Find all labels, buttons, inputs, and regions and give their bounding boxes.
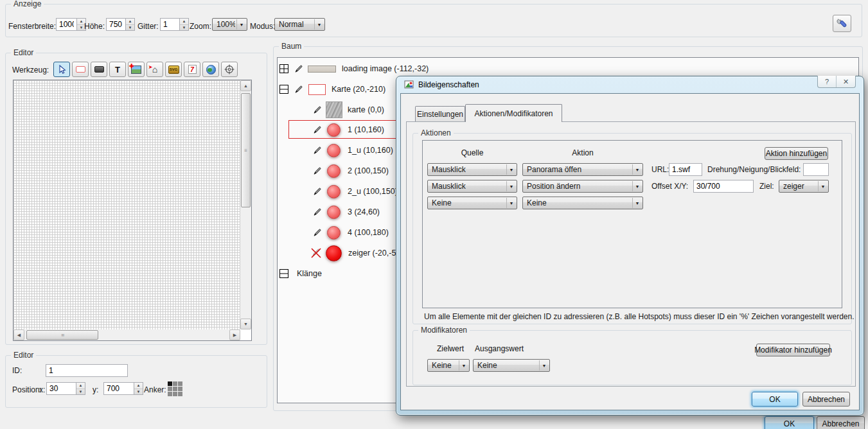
scroll-down-icon[interactable]: ▼ <box>240 319 251 329</box>
pencil-icon[interactable] <box>294 64 303 74</box>
anchor-cell[interactable] <box>178 381 182 386</box>
quelle-select-row2[interactable]: Mausklick▼ <box>427 180 517 193</box>
pencil-icon[interactable] <box>294 85 303 94</box>
id-label: ID: <box>12 364 22 377</box>
pencil-crossed-icon[interactable] <box>311 248 321 258</box>
pencil-icon[interactable] <box>312 105 322 115</box>
fensterbreite-input[interactable] <box>56 18 76 31</box>
scroll-up-icon[interactable]: ▲ <box>240 80 251 91</box>
quelle-select-row3[interactable]: Keine▼ <box>427 197 517 209</box>
add-image-tool-button[interactable]: ✚ <box>128 62 145 77</box>
hotspot-rect-tool-button[interactable] <box>72 62 89 77</box>
dialog-ok-button[interactable]: OK <box>752 392 798 407</box>
flash-tool-button[interactable]: 7 <box>184 62 200 77</box>
horizontal-scrollbar[interactable]: ◀ ▶ ≡ <box>13 329 240 340</box>
anchor-cell[interactable] <box>178 392 182 396</box>
anchor-cell[interactable] <box>173 392 177 396</box>
tree-item-label[interactable]: loading image (-112,-32) <box>342 64 429 73</box>
main-ok-button[interactable]: OK <box>765 416 814 429</box>
dialog-titlebar[interactable]: Bildeigenschaften <box>404 80 479 90</box>
anzeige-group: Anzeige Fensterbreite: ▲▼ Höhe: ▲▼ Gitte… <box>5 4 862 37</box>
y-input[interactable] <box>103 382 134 395</box>
ausgangswert-select[interactable]: Keine▼ <box>473 359 550 372</box>
modifikator-hinzufuegen-button[interactable]: Modifikator hinzufügen <box>756 344 830 356</box>
x-label: x: <box>39 383 45 396</box>
scroll-left-icon[interactable]: ◀ <box>13 329 24 340</box>
tab-aktionen-modifikatoren[interactable]: Aktionen/Modifikatoren <box>465 104 562 122</box>
hotspot-circle <box>327 206 341 219</box>
spin-up-icon[interactable]: ▲ <box>126 19 134 25</box>
hotspot-circle <box>327 226 341 240</box>
horizontal-scroll-thumb[interactable]: ≡ <box>26 330 98 340</box>
dialog-title: Bildeigenschaften <box>418 80 479 89</box>
aktion-select-row2[interactable]: Position ändern▼ <box>522 180 643 193</box>
main-cancel-button[interactable]: Abbrechen <box>817 416 865 429</box>
pencil-icon[interactable] <box>312 187 322 197</box>
spin-down-icon[interactable]: ▼ <box>126 25 134 31</box>
tab-einstellungen[interactable]: Einstellungen <box>415 106 465 122</box>
tree-item-label[interactable]: 2 (100,150) <box>348 166 389 175</box>
select-tool-button[interactable] <box>53 62 70 77</box>
spin-up-icon[interactable]: ▲ <box>76 383 85 389</box>
quelle-select-row1[interactable]: Mausklick▼ <box>427 163 517 176</box>
red-outline-rect-thumbnail <box>308 84 326 95</box>
tree-item-label[interactable]: Karte (20,-210) <box>332 85 385 94</box>
anchor-selector[interactable] <box>168 381 182 396</box>
hoehe-input[interactable] <box>106 18 125 31</box>
anchor-cell[interactable] <box>168 387 172 391</box>
aktion-hinzufuegen-button[interactable]: Aktion hinzufügen <box>765 147 828 160</box>
tree-item-label[interactable]: 1_u (10,160) <box>348 146 393 155</box>
editor-properties-title: Editor <box>11 351 36 360</box>
offset-input[interactable] <box>693 180 754 193</box>
svg-tool-button[interactable]: SVG <box>165 62 182 77</box>
spin-up-icon[interactable]: ▲ <box>134 383 143 389</box>
crosshair-icon <box>224 64 235 74</box>
anchor-cell[interactable] <box>173 381 177 386</box>
close-button[interactable]: ✕ <box>837 76 855 87</box>
filled-rect-tool-button[interactable] <box>91 62 107 77</box>
settings-button[interactable] <box>833 15 851 32</box>
tree-item-label[interactable]: 4 (100,180) <box>348 228 389 237</box>
dialog-cancel-button[interactable]: Abbrechen <box>802 392 850 407</box>
drehung-input[interactable] <box>803 163 829 176</box>
aktion-select-row1[interactable]: Panorama öffen▼ <box>522 163 643 176</box>
id-input[interactable] <box>46 364 128 377</box>
tree-item-label[interactable]: Klänge <box>297 269 322 278</box>
pencil-icon[interactable] <box>312 228 322 238</box>
anchor-cell[interactable] <box>168 392 172 396</box>
zoom-select[interactable]: 100% ▼ <box>212 18 247 31</box>
add-building-tool-button[interactable]: ⌂➤ <box>146 62 163 77</box>
vertical-scroll-thumb[interactable]: ≡ <box>241 93 251 207</box>
canvas-grid[interactable] <box>13 80 240 329</box>
url-input[interactable] <box>669 163 702 176</box>
tree-item-label[interactable]: 2_u (100,150) <box>348 187 398 196</box>
aktion-select-row3[interactable]: Keine▼ <box>522 197 643 209</box>
tree-item-label[interactable]: 3 (24,60) <box>348 207 380 216</box>
target-tool-button[interactable] <box>221 62 238 77</box>
pencil-icon[interactable] <box>312 207 322 217</box>
tree-item-label[interactable]: karte (0,0) <box>348 105 384 114</box>
web-tool-button[interactable] <box>202 62 219 77</box>
anchor-cell[interactable] <box>178 387 182 391</box>
anchor-cell[interactable] <box>173 387 177 391</box>
text-tool-button[interactable]: T <box>109 62 126 77</box>
gitter-input[interactable] <box>160 18 179 31</box>
editor-canvas[interactable]: ▲ ▼ ≡ ◀ ▶ ≡ <box>13 80 252 341</box>
spin-down-icon[interactable]: ▼ <box>180 25 188 31</box>
modus-select[interactable]: Normal ▼ <box>274 18 325 31</box>
spin-down-icon[interactable]: ▼ <box>134 389 143 395</box>
zielwert-select[interactable]: Keine▼ <box>427 359 470 372</box>
spin-down-icon[interactable]: ▼ <box>76 389 85 395</box>
vertical-scrollbar[interactable]: ▲ ▼ ≡ <box>240 80 251 329</box>
aktionen-group-title: Aktionen <box>418 128 454 137</box>
grid2-icon <box>279 268 289 279</box>
scroll-right-icon[interactable]: ▶ <box>229 329 240 340</box>
ziel-select[interactable]: zeiger▼ <box>779 180 829 193</box>
x-input[interactable] <box>46 382 76 395</box>
editor-group-title: Editor <box>11 48 36 57</box>
spin-up-icon[interactable]: ▲ <box>180 19 188 25</box>
anchor-cell-top-left[interactable] <box>168 381 172 386</box>
pencil-icon[interactable] <box>312 146 322 155</box>
pencil-icon[interactable] <box>312 166 322 176</box>
help-button[interactable]: ? <box>818 76 837 87</box>
